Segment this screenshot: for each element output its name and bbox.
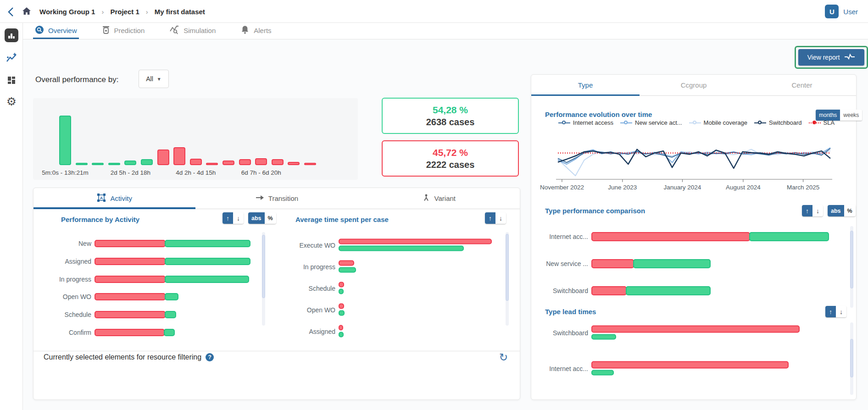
red-bar[interactable] xyxy=(591,259,634,268)
green-bar[interactable] xyxy=(339,246,464,251)
green-bar[interactable] xyxy=(626,286,711,295)
settings-gear-icon[interactable]: ⚙ xyxy=(5,94,18,108)
abs-toggle[interactable]: abs xyxy=(248,212,265,224)
red-bar[interactable] xyxy=(339,304,344,309)
insights-icon[interactable] xyxy=(5,51,18,65)
red-bar[interactable] xyxy=(95,240,166,247)
sort-desc-button[interactable]: ↓ xyxy=(812,205,823,216)
green-bar[interactable] xyxy=(165,276,249,283)
green-bar[interactable] xyxy=(633,259,711,268)
tab-type[interactable]: Type xyxy=(531,75,640,95)
sort-desc-button[interactable]: ↓ xyxy=(495,212,506,224)
red-bar[interactable] xyxy=(95,311,166,318)
green-bar[interactable] xyxy=(339,289,344,294)
red-bar[interactable] xyxy=(95,258,166,265)
histogram-bar[interactable] xyxy=(206,163,218,165)
red-bar[interactable] xyxy=(95,293,166,300)
red-bar[interactable] xyxy=(95,276,166,283)
red-bar[interactable] xyxy=(95,329,165,336)
tab-overview[interactable]: Overview xyxy=(33,23,79,39)
back-icon[interactable] xyxy=(6,6,17,18)
histogram-bar[interactable] xyxy=(124,161,136,165)
green-bar[interactable] xyxy=(164,329,175,336)
performance-by-dropdown[interactable]: All ▼ xyxy=(139,70,169,88)
user-area[interactable]: U User xyxy=(825,0,858,23)
histogram-bar[interactable] xyxy=(59,116,71,165)
histogram-bar[interactable] xyxy=(92,163,104,165)
scrollbar-thumb[interactable] xyxy=(850,231,853,288)
scrollbar[interactable] xyxy=(850,226,853,308)
help-icon[interactable]: ? xyxy=(206,353,214,361)
tab-center[interactable]: Center xyxy=(748,75,856,95)
breadcrumb-item[interactable]: My first dataset xyxy=(155,8,205,16)
abs-toggle[interactable]: abs xyxy=(828,205,844,216)
histogram-bar[interactable] xyxy=(190,159,202,165)
analytics-icon[interactable] xyxy=(5,28,18,42)
histogram-bar[interactable] xyxy=(272,159,284,165)
sort-asc-button[interactable]: ↑ xyxy=(802,205,812,216)
legend-item[interactable]: SLA xyxy=(809,119,835,126)
sort-asc-button[interactable]: ↑ xyxy=(485,212,495,224)
histogram-bar[interactable] xyxy=(141,159,153,165)
legend-item[interactable]: Mobile coverage xyxy=(689,119,747,126)
green-bar[interactable] xyxy=(749,232,829,241)
tab-variant[interactable]: Variant xyxy=(358,188,520,209)
green-bar[interactable] xyxy=(591,370,614,376)
sort-desc-button[interactable]: ↓ xyxy=(233,212,244,224)
breadcrumb-item[interactable]: Working Group 1 xyxy=(39,8,95,16)
scrollbar-thumb[interactable] xyxy=(850,339,853,377)
user-name: User xyxy=(843,8,858,16)
scrollbar[interactable] xyxy=(506,232,509,326)
tab-prediction[interactable]: Prediction xyxy=(100,23,147,39)
red-bar[interactable] xyxy=(339,239,492,244)
tab-alerts[interactable]: Alerts xyxy=(239,23,273,39)
scrollbar[interactable] xyxy=(850,322,853,395)
percent-toggle[interactable]: % xyxy=(265,212,276,224)
green-bar[interactable] xyxy=(339,267,356,273)
histogram-bar[interactable] xyxy=(108,163,120,165)
histogram-bar[interactable] xyxy=(223,161,234,165)
refresh-icon[interactable]: ↻ xyxy=(499,351,508,364)
red-bar[interactable] xyxy=(339,325,343,331)
scrollbar-thumb[interactable] xyxy=(262,235,265,298)
tab-activity[interactable]: A Activity xyxy=(33,188,195,209)
green-bar[interactable] xyxy=(165,311,176,318)
sort-desc-button[interactable]: ↓ xyxy=(836,306,846,317)
red-bar[interactable] xyxy=(339,282,344,288)
sort-asc-button[interactable]: ↑ xyxy=(223,212,233,224)
tab-ccgroup[interactable]: Ccgroup xyxy=(640,75,748,95)
sort-asc-button[interactable]: ↑ xyxy=(825,306,836,317)
green-bar[interactable] xyxy=(165,258,250,265)
percent-toggle[interactable]: % xyxy=(844,205,856,216)
histogram-bar[interactable] xyxy=(239,159,251,165)
tab-transition[interactable]: Transition xyxy=(195,188,357,209)
legend-item[interactable]: Switchboard xyxy=(754,119,802,126)
histogram-bar[interactable] xyxy=(76,163,88,165)
histogram-bar[interactable] xyxy=(157,150,169,166)
green-bar[interactable] xyxy=(165,240,250,247)
scrollbar-thumb[interactable] xyxy=(506,234,509,301)
scrollbar[interactable] xyxy=(262,232,265,326)
dashboard-icon[interactable] xyxy=(5,73,18,87)
histogram-bar[interactable] xyxy=(255,158,267,165)
view-report-button[interactable]: View report xyxy=(798,49,864,66)
green-bar[interactable] xyxy=(339,310,345,316)
green-bar[interactable] xyxy=(591,334,616,340)
green-bar[interactable] xyxy=(165,293,178,300)
top-bar: Working Group 1›Project 1›My first datas… xyxy=(0,0,868,23)
histogram-bar[interactable] xyxy=(173,147,185,165)
red-bar[interactable] xyxy=(591,361,789,369)
red-bar[interactable] xyxy=(591,232,750,241)
green-bar[interactable] xyxy=(339,332,344,338)
tab-simulation[interactable]: Simulation xyxy=(167,23,217,39)
histogram-bar[interactable] xyxy=(304,163,316,165)
home-icon[interactable] xyxy=(21,6,32,17)
avatar[interactable]: U xyxy=(825,5,839,18)
legend-item[interactable]: New service act... xyxy=(620,119,682,126)
red-bar[interactable] xyxy=(591,326,800,333)
histogram-bar[interactable] xyxy=(288,162,300,165)
legend-item[interactable]: Internet access xyxy=(558,119,613,126)
breadcrumb-item[interactable]: Project 1 xyxy=(110,8,139,16)
red-bar[interactable] xyxy=(339,260,354,266)
red-bar[interactable] xyxy=(591,286,627,295)
